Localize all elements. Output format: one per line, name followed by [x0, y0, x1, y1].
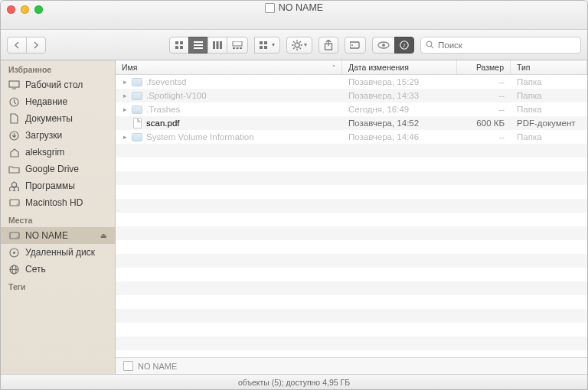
file-size: --	[457, 77, 511, 86]
home-icon	[8, 148, 20, 158]
path-bar[interactable]: NO NAME	[116, 357, 587, 374]
eject-icon[interactable]: ⏏	[100, 232, 107, 239]
gallery-view-button[interactable]	[227, 37, 248, 54]
empty-row	[116, 240, 587, 254]
empty-row	[116, 158, 587, 171]
file-row[interactable]: ▸.fseventsdПозавчера, 15:29--Папка	[116, 75, 587, 89]
sidebar-item-label: Удаленный диск	[25, 247, 95, 258]
sidebar-item[interactable]: Документы	[1, 110, 115, 127]
empty-row	[116, 171, 587, 185]
sidebar-item[interactable]: Macintosh HD	[1, 194, 115, 211]
svg-rect-1	[180, 41, 183, 44]
file-kind: Папка	[511, 91, 587, 100]
search-input[interactable]	[438, 41, 576, 50]
col-date[interactable]: Дата изменения	[342, 60, 457, 74]
info-button[interactable]: i	[394, 37, 414, 54]
disclosure-icon[interactable]: ▸	[122, 106, 128, 113]
apps-icon	[8, 181, 20, 191]
empty-row	[116, 323, 587, 336]
empty-row	[116, 268, 587, 281]
empty-row	[116, 281, 587, 295]
file-size: --	[457, 132, 511, 141]
svg-rect-42	[10, 232, 19, 239]
pdf-icon	[132, 118, 142, 128]
sort-indicator-icon: ˄	[332, 64, 335, 71]
file-kind: Папка	[511, 105, 587, 114]
svg-point-34	[426, 41, 432, 47]
file-size: --	[457, 105, 511, 114]
svg-rect-0	[175, 41, 178, 44]
disk-icon	[8, 198, 20, 208]
sidebar-item[interactable]: Сеть	[1, 261, 115, 278]
quicklook-button[interactable]	[372, 37, 395, 54]
search-field[interactable]	[420, 37, 581, 54]
empty-row	[116, 185, 587, 199]
disk-icon	[8, 231, 20, 241]
main: Имя˄ Дата изменения Размер Тип ▸.fsevent…	[116, 60, 587, 374]
action-button[interactable]: ▾	[286, 37, 312, 54]
sidebar-item[interactable]: Удаленный диск	[1, 244, 115, 261]
sidebar-section-header: Избранное	[1, 60, 115, 76]
sidebar-item[interactable]: Рабочий стол	[1, 76, 115, 93]
tags-button[interactable]	[345, 37, 366, 54]
download-icon	[8, 131, 20, 141]
empty-row	[116, 254, 587, 268]
svg-rect-10	[233, 41, 242, 46]
sidebar-item[interactable]: Google Drive	[1, 161, 115, 177]
sidebar-item-label: Macintosh HD	[25, 197, 83, 208]
disclosure-icon[interactable]: ▸	[122, 92, 128, 99]
list-view-button[interactable]	[188, 37, 208, 54]
svg-point-43	[16, 236, 18, 238]
sidebar-item[interactable]: NO NAME⏏	[1, 227, 115, 244]
sidebar-item-label: Рабочий стол	[25, 80, 83, 90]
svg-point-29	[351, 44, 353, 46]
sidebar-item[interactable]: aleksgrim	[1, 144, 115, 161]
file-row[interactable]: ▸.TrashesСегодня, 16:49--Папка	[116, 102, 587, 116]
remote-icon	[8, 248, 20, 258]
file-row[interactable]: scan.pdfПозавчера, 14:52600 КБPDF-докуме…	[116, 116, 587, 130]
doc-icon	[8, 114, 20, 124]
svg-rect-16	[264, 41, 267, 44]
sidebar-item-label: NO NAME	[25, 230, 68, 241]
icon-view-button[interactable]	[169, 37, 189, 54]
search-icon	[426, 41, 434, 49]
svg-text:i: i	[403, 42, 405, 49]
sidebar-item[interactable]: Программы	[1, 177, 115, 194]
svg-point-31	[382, 44, 385, 47]
file-kind: Папка	[511, 77, 587, 86]
svg-rect-14	[260, 41, 263, 44]
sidebar-item-label: Недавние	[25, 96, 67, 107]
column-view-button[interactable]	[207, 37, 227, 54]
svg-rect-7	[213, 41, 215, 49]
finder-window: NO NAME ▾ ▾ i ИзбранноеРабочий ст	[0, 0, 588, 390]
back-button[interactable]	[7, 37, 27, 54]
window-title: NO NAME	[1, 2, 587, 13]
file-row[interactable]: ▸System Volume InformationПозавчера, 14:…	[116, 130, 587, 144]
forward-button[interactable]	[26, 37, 46, 54]
file-name: .Trashes	[146, 105, 180, 114]
folder-icon	[132, 76, 142, 87]
arrange-button[interactable]: ▾	[254, 37, 280, 54]
svg-rect-15	[260, 46, 263, 49]
file-date: Позавчера, 14:33	[342, 91, 457, 100]
desktop-icon	[8, 80, 20, 90]
sidebar-item[interactable]: Недавние	[1, 93, 115, 110]
clock-icon	[8, 97, 20, 107]
svg-rect-11	[233, 47, 235, 49]
svg-rect-40	[10, 200, 19, 206]
svg-rect-8	[217, 41, 219, 49]
disclosure-icon[interactable]: ▸	[122, 133, 128, 141]
file-row[interactable]: ▸.Spotlight-V100Позавчера, 14:33--Папка	[116, 89, 587, 102]
disclosure-icon[interactable]: ▸	[122, 78, 128, 86]
file-name: System Volume Information	[146, 132, 254, 141]
col-size[interactable]: Размер	[457, 60, 511, 74]
sidebar-item[interactable]: Загрузки	[1, 127, 115, 144]
sidebar-item-label: Сеть	[25, 264, 46, 275]
col-name[interactable]: Имя˄	[116, 60, 342, 74]
file-list[interactable]: ▸.fseventsdПозавчера, 15:29--Папка▸.Spot…	[116, 75, 587, 357]
folder-icon	[132, 90, 142, 101]
disk-icon	[123, 361, 133, 371]
share-button[interactable]	[318, 37, 338, 54]
col-kind[interactable]: Тип	[511, 60, 587, 74]
folder-icon	[132, 104, 142, 115]
